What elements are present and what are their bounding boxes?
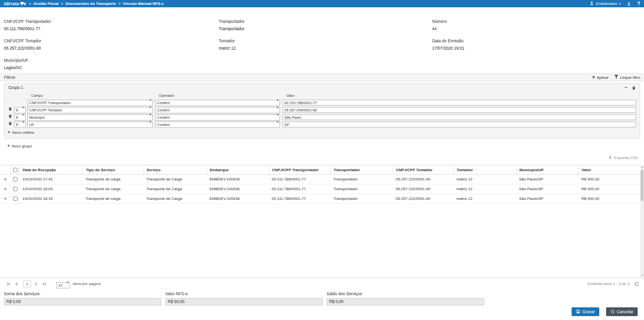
soma-servicos-field: Soma dos Serviços (4, 291, 161, 305)
help-icon[interactable]: ? (637, 1, 640, 6)
field-label: Data de Emissão (432, 38, 640, 43)
delete-group-button[interactable] (632, 86, 636, 90)
refresh-icon[interactable] (634, 282, 639, 286)
filters-title: Filtros (4, 75, 15, 80)
scroll-up-icon[interactable]: ▲ (640, 165, 644, 169)
filters-header: Filtros Aplicar Limpar filtro (0, 73, 644, 81)
row-checkbox[interactable] (13, 187, 17, 191)
expand-row-button[interactable]: + (4, 187, 6, 192)
table-row[interactable]: + 19/10/2020 17:42 Transporte de carga T… (0, 175, 640, 184)
cell-tomador: matriz 12 (453, 194, 516, 204)
first-page-button[interactable] (5, 281, 12, 287)
add-group-button[interactable]: + Novo grupo (7, 143, 32, 148)
action-buttons: Gravar Cancelar (572, 307, 638, 316)
save-button[interactable]: Gravar (572, 307, 599, 316)
row-checkbox[interactable] (13, 177, 17, 181)
select-all-checkbox[interactable] (13, 168, 17, 172)
table-row[interactable]: + 19/10/2020 18:03 Transporte de carga T… (0, 184, 640, 194)
cell-embarque: EMBDEV.100438 (207, 194, 269, 204)
delete-criterion-button[interactable] (8, 107, 12, 111)
table-row[interactable]: + 19/10/2020 18:15 Transporte de carga T… (0, 194, 640, 204)
saldo-servicos-field: Saldo dos Serviços (327, 291, 484, 305)
field-municipio-uf: Município/UF Lages/SC (4, 58, 219, 70)
last-page-button[interactable] (41, 281, 48, 287)
export-csv-button[interactable]: Exportar CSV (608, 155, 638, 160)
cell-tipo-servico: Transporte de carga (83, 184, 143, 194)
cell-servico: Transporte de Carga (143, 175, 207, 184)
column-header: Valor (578, 165, 640, 175)
cell-municipio-uf: São Paulo/SP (516, 175, 578, 184)
cell-municipio-uf: São Paulo/SP (516, 184, 578, 194)
filter-group-tools: − (625, 85, 636, 90)
criterion-field-select[interactable]: UF (27, 122, 153, 128)
field-label: Tomador (219, 38, 432, 43)
cell-tipo-servico: Transporte de carga (83, 175, 143, 184)
cell-municipio-uf: São Paulo/SP (516, 194, 578, 204)
plus-icon: + (7, 143, 10, 148)
cell-tomador: matriz 12 (453, 184, 516, 194)
column-header: Serviço (143, 165, 207, 175)
topbar-right: Embarcador ▾ ? (590, 1, 640, 6)
filter-icon (614, 75, 618, 80)
apply-filter-button[interactable]: Aplicar (592, 75, 609, 80)
criterion-value-input[interactable] (282, 122, 636, 127)
delete-criterion-button[interactable] (8, 114, 12, 118)
cancel-button[interactable]: Cancelar (606, 307, 638, 316)
cell-servico: Transporte de Carga (143, 194, 207, 204)
breadcrumb-gestao-fiscal[interactable]: Gestão Fiscal (34, 1, 59, 6)
add-criterion-button[interactable]: + Novo critério (8, 130, 34, 135)
truck-icon (20, 1, 26, 6)
column-header: Tomador (453, 165, 516, 175)
next-page-button[interactable] (33, 281, 40, 287)
current-page-button[interactable]: 1 (23, 280, 31, 287)
criterion-connector-select[interactable]: E (14, 122, 26, 128)
breadcrumb-separator-icon: > (29, 2, 31, 5)
topbar: idFrete > Gestão Fiscal > Documentos do … (0, 0, 644, 7)
results-table: Data de Recepção Tipo do Serviço Serviço… (0, 165, 640, 204)
collapse-group-button[interactable]: − (625, 85, 627, 90)
pagination-bar: 1 12 itens por página Exibindo itens 1 -… (0, 278, 644, 289)
cell-transportador: Transportador (331, 175, 393, 184)
field-transportador: Transportador Transportador (219, 19, 432, 31)
field-label: Município/UF (4, 58, 219, 63)
cell-cnpj-tomador: 05.257.222/0001-60 (393, 184, 453, 194)
grid-toolbar: Exportar CSV (608, 155, 638, 160)
cell-valor: R$ 900,00 (578, 184, 640, 194)
shipper-menu[interactable]: Embarcador ▾ (590, 1, 621, 6)
scroll-down-icon[interactable]: ▼ (640, 273, 644, 278)
prev-page-button[interactable] (13, 281, 20, 287)
cell-tipo-servico: Transporte de carga (83, 194, 143, 204)
delete-criterion-button[interactable] (8, 121, 12, 125)
download-icon (608, 155, 612, 160)
valor-nfse-field: Valor NFS-e (165, 291, 323, 305)
cell-cnpj-transportador: 00.111.786/0001-77 (269, 175, 331, 184)
breadcrumb-documentos-transporte[interactable]: Documentos do Transporte (66, 1, 116, 6)
filter-criterion-row: E UF Contém (4, 120, 640, 127)
field-label: Número (432, 19, 640, 24)
row-checkbox[interactable] (13, 196, 17, 201)
vertical-scrollbar[interactable]: ▲ ▼ (640, 165, 644, 278)
breadcrumb-vinculo-manual-nfse[interactable]: Vínculo Manual NFS-e (123, 1, 164, 6)
field-label: CNPJ/CPF Tomador (4, 38, 219, 43)
pagination-status: Exibindo itens 1 - 3 de 3 (588, 282, 629, 286)
criterion-operator-select[interactable]: Contém (155, 122, 280, 128)
column-header: Município/UF (516, 165, 578, 175)
add-group-label: Novo grupo (12, 144, 32, 148)
expand-column-header (0, 165, 11, 175)
app-logo: idFrete (4, 1, 19, 6)
plus-icon: + (8, 130, 10, 135)
cell-transportador: Transportador (331, 194, 393, 204)
download-icon[interactable] (627, 1, 631, 6)
field-data-emissao: Data de Emissão 17/07/2020 19:01 (432, 38, 640, 51)
totals-section: Soma dos Serviços Valor NFS-e Saldo dos … (4, 291, 484, 305)
column-header: Tipo do Serviço (83, 165, 143, 175)
expand-row-button[interactable]: + (4, 177, 6, 182)
field-numero: Número 44 (432, 19, 640, 31)
column-header: Transportador (331, 165, 393, 175)
field-tomador: Tomador matriz 12 (219, 38, 432, 51)
clear-filter-button[interactable]: Limpar filtro (614, 75, 640, 80)
page-size-select[interactable]: 12 (56, 282, 70, 288)
document-info: CNPJ/CPF Transportador 00.111.786/0001-7… (0, 7, 644, 70)
expand-row-button[interactable]: + (4, 196, 6, 201)
scrollbar-thumb[interactable] (641, 170, 644, 201)
